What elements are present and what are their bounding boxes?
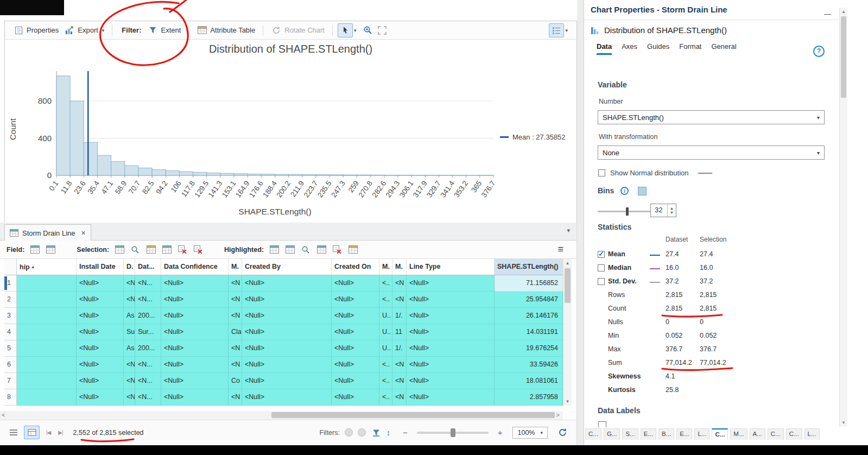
table-menu-icon[interactable]: ≡ (557, 244, 563, 255)
table-cell[interactable]: <N (229, 389, 242, 406)
histogram-chart[interactable]: 0400800Count0.111.823.635.447.158.970.78… (5, 40, 576, 223)
help-icon[interactable]: ? (813, 46, 825, 57)
table-cell[interactable]: U.. (379, 340, 392, 357)
table-cell[interactable]: <Null> (77, 340, 124, 357)
table-cell[interactable]: <Null> (407, 373, 495, 389)
zoom-out-icon[interactable]: − (403, 428, 408, 437)
zoom-to-highlighted-icon[interactable] (300, 245, 311, 255)
histogram-bar[interactable] (207, 173, 220, 175)
table-cell[interactable]: <N (124, 389, 135, 406)
median-checkbox[interactable] (598, 264, 605, 271)
range-filter-icon[interactable] (358, 428, 366, 437)
column-header-1[interactable]: hip▴ (17, 259, 77, 275)
tab-data[interactable]: Data (597, 42, 612, 55)
table-cell[interactable]: <Null> (407, 308, 495, 324)
table-cell[interactable]: 71.156852 (495, 275, 563, 292)
histogram-bar[interactable] (111, 161, 125, 175)
table-row[interactable]: 1<Null><N<N...<Null><N<Null><Null><..<N<… (4, 275, 563, 292)
table-cell[interactable]: 200... (135, 340, 161, 357)
table-cell[interactable]: <Null> (77, 275, 124, 292)
table-cell[interactable]: <.. (379, 292, 392, 308)
table-cell[interactable]: <N (229, 292, 242, 308)
histogram-bar[interactable] (343, 175, 357, 175)
tab-guides[interactable]: Guides (647, 42, 669, 55)
definition-filter-icon[interactable] (371, 428, 382, 438)
table-cell[interactable]: <Null> (407, 389, 495, 406)
table-cell[interactable]: <N (124, 357, 135, 373)
scrollbar-thumb[interactable] (271, 412, 555, 418)
row-number-cell[interactable]: 8 (4, 389, 17, 406)
histogram-bar[interactable] (179, 172, 193, 175)
histogram-bar[interactable] (302, 175, 316, 175)
table-cell[interactable]: Co (229, 373, 242, 389)
table-cell[interactable]: <Null> (242, 324, 332, 340)
table-cell[interactable]: U.. (379, 324, 392, 340)
table-row[interactable]: 6<Null><N<N...<Null><N<Null><Null><..<N<… (4, 357, 563, 373)
table-cell[interactable]: <Null> (332, 357, 379, 373)
table-cell[interactable]: <N (229, 340, 242, 357)
histogram-bar[interactable] (125, 166, 138, 175)
table-cell[interactable] (17, 340, 77, 357)
table-cell[interactable]: <Null> (77, 308, 124, 324)
table-cell[interactable] (17, 275, 77, 292)
delete-selected-icon[interactable] (193, 245, 204, 255)
table-cell[interactable]: <Null> (161, 324, 229, 340)
vertical-scrollbar[interactable]: ▲ ▼ (563, 259, 572, 406)
table-cell[interactable]: <N (392, 389, 407, 406)
table-cell[interactable]: Sur... (135, 324, 161, 340)
histogram-bar[interactable] (193, 172, 207, 175)
table-cell[interactable]: <N (124, 275, 135, 292)
table-cell[interactable]: <Null> (332, 292, 379, 308)
clear-highlighted-icon[interactable] (332, 245, 343, 255)
bins-slider[interactable] (598, 211, 657, 212)
column-header-11[interactable]: Line Type (407, 259, 495, 275)
close-icon[interactable]: × (81, 229, 86, 237)
table-cell[interactable]: 11 (392, 324, 407, 340)
column-header-12[interactable]: SHAPE.STLength() (495, 259, 563, 275)
stepper-up-icon[interactable]: ▲ (670, 206, 674, 210)
add-field-icon[interactable] (45, 245, 56, 255)
column-header-3[interactable]: D. (124, 259, 135, 275)
histogram-bar[interactable] (56, 76, 70, 175)
collapse-pane-icon[interactable]: ▾ (567, 227, 570, 234)
refresh-icon[interactable] (557, 428, 568, 438)
table-cell[interactable]: <N... (135, 275, 161, 292)
horizontal-scrollbar[interactable]: < > (0, 411, 563, 420)
histogram-bar[interactable] (330, 175, 343, 175)
histogram-bar[interactable] (138, 168, 152, 175)
table-cell[interactable]: 25.954847 (495, 292, 563, 308)
mean-checkbox[interactable] (598, 251, 605, 258)
table-cell[interactable]: As (124, 308, 135, 324)
panel-bottom-tab-1[interactable]: C... (585, 428, 601, 440)
histogram-bar[interactable] (261, 174, 275, 175)
table-cell[interactable]: <Null> (161, 373, 229, 389)
last-record-icon[interactable]: ▶| (58, 429, 62, 435)
scroll-down-icon[interactable]: ▼ (563, 399, 572, 404)
column-header-10[interactable]: M. (392, 259, 407, 275)
panel-bottom-tab-3[interactable]: S... (622, 428, 638, 440)
row-number-cell[interactable]: 3 (4, 308, 17, 324)
table-cell[interactable]: <Null> (77, 292, 124, 308)
table-cell[interactable]: 18.081061 (495, 373, 563, 389)
table-cell[interactable]: U.. (379, 308, 392, 324)
table-cell[interactable] (17, 308, 77, 324)
switch-highlighted-icon[interactable] (316, 245, 327, 255)
histogram-bar[interactable] (316, 175, 330, 175)
table-cell[interactable]: <Null> (161, 275, 229, 292)
table-corner-cell[interactable] (4, 259, 17, 275)
number-field-select[interactable]: SHAPE.STLength() ▾ (598, 110, 825, 124)
panel-bottom-tab-11[interactable]: C... (768, 428, 784, 440)
tab-format[interactable]: Format (679, 42, 701, 55)
row-number-cell[interactable]: 6 (4, 357, 17, 373)
histogram-bar[interactable] (97, 155, 111, 175)
chart-legend-button[interactable] (549, 23, 564, 37)
attribute-table-button[interactable]: Attribute Table (194, 24, 258, 37)
label-bars-checkbox[interactable] (598, 421, 606, 427)
table-cell[interactable]: Cla (229, 324, 242, 340)
table-cell[interactable]: <Null> (242, 292, 332, 308)
tab-storm-drain-line[interactable]: Storm Drain Line × (4, 224, 91, 241)
table-cell[interactable]: 33.59426 (495, 357, 563, 373)
table-cell[interactable]: <Null> (161, 292, 229, 308)
extent-filter-button[interactable]: Extent (144, 24, 183, 37)
table-cell[interactable] (17, 292, 77, 308)
